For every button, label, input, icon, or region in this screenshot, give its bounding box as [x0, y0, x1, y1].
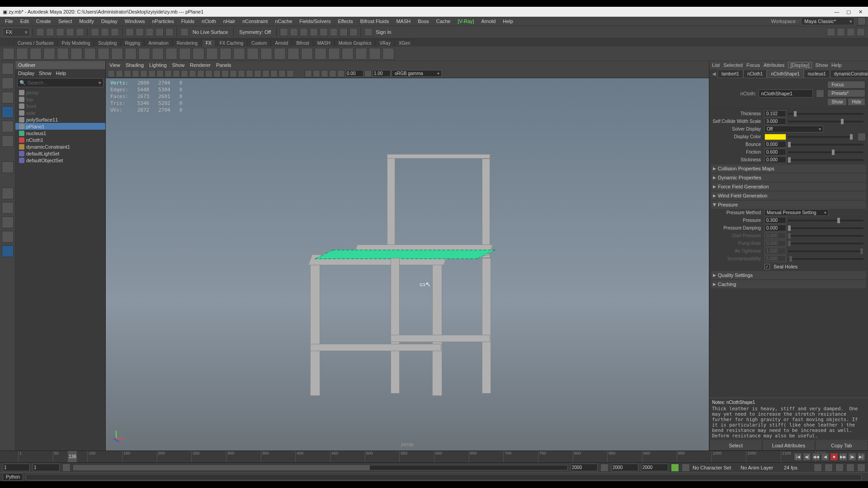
character-set-dropdown[interactable]: No Character Set [693, 465, 738, 470]
menu-help[interactable]: Help [500, 18, 516, 25]
step-fwd-icon[interactable]: ▶▶ [839, 453, 847, 461]
shelf-button[interactable] [16, 48, 28, 60]
displaycolor-swatch[interactable] [764, 134, 786, 140]
render-globals-icon[interactable] [300, 28, 308, 36]
ae-menu-focus[interactable]: Focus [746, 62, 760, 68]
shelf-button[interactable] [247, 48, 259, 60]
shelf-button[interactable] [84, 48, 96, 60]
thickness-slider[interactable] [788, 113, 863, 115]
shelf-tab-motiongraphics[interactable]: Motion Graphics [335, 39, 376, 47]
stickiness-field[interactable] [764, 156, 786, 163]
menu-vray[interactable]: [V-Ray] [454, 18, 477, 25]
shelf-button[interactable] [288, 48, 299, 60]
ae-menu-attributes[interactable]: Attributes [764, 62, 784, 68]
shelf-button[interactable] [206, 48, 218, 60]
menu-nconstraint[interactable]: nConstraint [239, 18, 271, 25]
selfcollide-slider[interactable] [788, 121, 863, 122]
shelf-button[interactable] [233, 48, 245, 60]
vp-icon[interactable] [205, 70, 212, 77]
layout-custom3-icon[interactable] [2, 231, 14, 243]
menu-nhair[interactable]: nHair [220, 18, 238, 25]
menu-ncloth[interactable]: nCloth [198, 18, 219, 25]
undo-icon[interactable] [66, 28, 74, 36]
bounce-slider[interactable] [788, 144, 863, 145]
menu-boss[interactable]: Boss [415, 18, 432, 25]
menu-modify[interactable]: Modify [76, 18, 97, 25]
ae-menu-show[interactable]: Show [816, 62, 828, 68]
vp-icon[interactable] [140, 70, 147, 77]
shelf-button[interactable] [328, 48, 340, 60]
shelf-button[interactable] [342, 48, 354, 60]
panel-layout-icon[interactable] [827, 28, 835, 36]
ae-menu-display[interactable]: [Display] [788, 62, 811, 68]
ae-copy-tab-button[interactable]: Copy Tab [815, 441, 868, 450]
vp-icon[interactable] [305, 70, 312, 77]
tool-settings-icon[interactable] [847, 28, 855, 36]
play-icon[interactable] [340, 28, 348, 36]
playback-start-field[interactable] [33, 464, 60, 471]
vp-menu-renderer[interactable]: Renderer [190, 62, 211, 68]
pressure-field[interactable] [764, 217, 786, 224]
outliner-node[interactable]: nCloth1 [15, 136, 105, 143]
move-tool-icon[interactable] [2, 106, 14, 118]
key-icon[interactable] [682, 464, 690, 472]
vp-icon[interactable] [246, 70, 253, 77]
ae-load-attributes-button[interactable]: Load Attributes [762, 441, 815, 450]
anim-layer-dropdown[interactable]: No Anim Layer [741, 465, 781, 470]
outliner-node[interactable]: persp [15, 89, 105, 96]
vp-icon[interactable] [197, 70, 204, 77]
ae-menu-help[interactable]: Help [831, 62, 842, 68]
render-view-icon[interactable] [310, 28, 318, 36]
menu-mash[interactable]: MASH [393, 18, 414, 25]
shelf-button[interactable] [220, 48, 231, 60]
ae-tab-lambert1[interactable]: lambert1 [717, 70, 743, 78]
save-scene-icon[interactable] [56, 28, 64, 36]
shelf-button[interactable] [98, 48, 109, 60]
vp-icon[interactable] [213, 70, 221, 77]
ae-select-button[interactable]: Select [709, 441, 762, 450]
shelf-button[interactable] [382, 48, 394, 60]
displaycolor-slider[interactable] [788, 136, 853, 138]
ae-node-name-field[interactable] [759, 89, 813, 98]
vp-menu-show[interactable]: Show [172, 62, 185, 68]
selfcollide-field[interactable] [764, 118, 786, 125]
menu-edit[interactable]: Edit [17, 18, 32, 25]
shelf-button[interactable] [125, 48, 137, 60]
bounce-field[interactable] [764, 141, 786, 148]
notes-text[interactable]: Thick leather is heavy, stiff and very d… [712, 406, 865, 438]
shelf-button[interactable] [355, 48, 367, 60]
live-surface-icon[interactable] [180, 28, 189, 36]
layout-custom-icon[interactable] [2, 202, 14, 214]
audio-icon[interactable] [825, 464, 833, 472]
colorspace-dropdown[interactable]: sRGB gamma [392, 70, 442, 77]
outliner-node[interactable]: dynamicConstraint1 [15, 143, 105, 150]
vp-icon[interactable] [287, 70, 294, 77]
menu-fluids[interactable]: Fluids [178, 18, 198, 25]
outliner-search-input[interactable]: 🔍 Search... [17, 78, 104, 87]
range-end2-field[interactable] [641, 464, 668, 471]
ae-menu-list[interactable]: List [712, 62, 720, 68]
vp-icon[interactable] [173, 70, 180, 77]
menu-ncache[interactable]: nCache [272, 18, 295, 25]
friction-field[interactable] [764, 149, 786, 155]
vp-icon[interactable] [278, 70, 286, 77]
maximize-button[interactable]: ▢ [844, 8, 854, 15]
section-dynamic-properties[interactable]: ▶Dynamic Properties [711, 174, 866, 182]
autokey-icon[interactable] [671, 464, 679, 472]
scale-tool-icon[interactable] [2, 135, 14, 147]
paint-select-tool-icon[interactable] [2, 92, 14, 103]
outliner-node[interactable]: polySurface11 [15, 116, 105, 123]
section-force-field[interactable]: ▶Force Field Generation [711, 183, 866, 191]
shelf-button[interactable] [260, 48, 272, 60]
vp-icon[interactable] [313, 70, 320, 77]
vp-menu-panels[interactable]: Panels [216, 62, 231, 68]
light-editor-icon[interactable] [330, 28, 338, 36]
solverdisplay-dropdown[interactable]: Off [764, 126, 823, 132]
exposure-field[interactable] [345, 70, 363, 77]
vp-icon[interactable] [222, 70, 229, 77]
vp-icon[interactable] [262, 70, 269, 77]
gamma-icon[interactable] [364, 70, 372, 77]
vp-menu-lighting[interactable]: Lighting [149, 62, 167, 68]
ae-menu-selected[interactable]: Selected [723, 62, 743, 68]
pressure-method-dropdown[interactable]: Manual Pressure Setting [764, 209, 829, 216]
